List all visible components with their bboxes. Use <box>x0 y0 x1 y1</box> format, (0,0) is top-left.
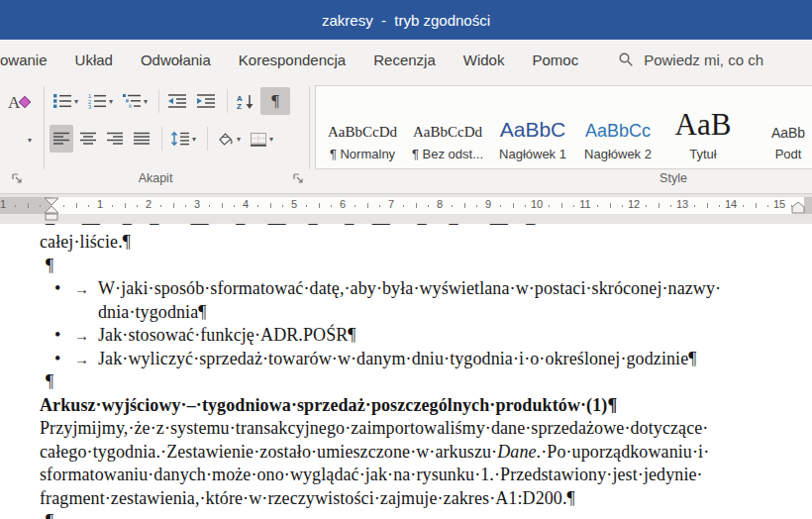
decrease-indent-icon <box>167 93 187 109</box>
window-title: zakresy - tryb zgodności <box>322 12 490 29</box>
line-spacing-button[interactable]: ▾ <box>167 125 199 153</box>
bullet-list-icon <box>52 93 72 109</box>
group-separator <box>44 86 45 169</box>
tab-arrow-mark: → <box>74 278 98 302</box>
document-page[interactable]: – — – – — – — – – — – – — – całej·liście… <box>0 224 812 519</box>
style-preview: AaB <box>675 109 732 140</box>
align-center-icon <box>79 132 97 146</box>
bullet-list-dropdown-caret[interactable]: ▾ <box>74 97 78 106</box>
ruler: 1123456789101112131415 <box>0 194 812 224</box>
style-preview: AaBbCcDd <box>328 125 397 140</box>
bullet-text: Jak·wyliczyć·sprzedaż·towarów·w·danym·dn… <box>98 349 697 368</box>
style-label: Podt <box>775 147 802 161</box>
style-preview: AaBb <box>771 126 805 140</box>
sort-button[interactable]: AZ <box>233 87 257 115</box>
shading-bucket-icon <box>216 131 235 147</box>
clipped-text-line: – — – – — – — – – — – – — – <box>0 224 812 231</box>
font-dialog-launcher[interactable] <box>12 173 23 184</box>
numbered-list-dropdown-caret[interactable]: ▾ <box>109 97 113 106</box>
align-center-button[interactable] <box>76 125 100 153</box>
numbered-list-icon: 123 <box>87 93 107 109</box>
bullet-marker: • <box>54 277 74 301</box>
ruler-markers <box>0 194 812 224</box>
bullet-text: Jak·stosować·funkcję·ADR.POŚR¶ <box>98 325 356 345</box>
multilevel-list-button[interactable]: ▾ <box>119 87 151 115</box>
line-segment: .·Po·uporządkowaniu·i· <box>537 442 710 462</box>
hanging-indent-marker[interactable] <box>45 206 58 213</box>
document-line: całej·liście.¶ <box>0 231 812 255</box>
align-left-icon <box>52 132 70 146</box>
style-item-bez-odstepow[interactable]: AaBbCcDd ¶ Bez odst... <box>405 86 490 168</box>
style-item-naglowek-1[interactable]: AaBbC Nagłówek 1 <box>490 86 575 168</box>
line-spacing-dropdown-caret[interactable]: ▾ <box>192 135 196 144</box>
sort-icon: AZ <box>236 93 254 110</box>
button-separator <box>158 89 159 113</box>
style-item-naglowek-2[interactable]: AaBbCc Nagłówek 2 <box>575 86 660 168</box>
multilevel-list-dropdown-caret[interactable]: ▾ <box>144 97 148 106</box>
document-line: sformatowaniu·danych·może·ono·wyglądać·j… <box>0 464 812 487</box>
akapit-row-1: ▾ 123 ▾ ▾ <box>50 86 293 116</box>
shading-dropdown-caret[interactable]: ▾ <box>237 135 241 144</box>
bullet-marker: • <box>54 348 74 371</box>
borders-button[interactable]: ▾ <box>247 125 276 153</box>
increase-indent-button[interactable] <box>193 87 219 115</box>
svg-text:A: A <box>8 93 21 112</box>
svg-text:3: 3 <box>88 104 91 109</box>
style-preview: AaBbCc <box>585 122 651 140</box>
akapit-group-label: Akapit <box>96 171 215 185</box>
borders-dropdown-caret[interactable]: ▾ <box>269 135 273 144</box>
tab-arrow-mark: → <box>74 325 98 349</box>
style-preview: AaBbCcDd <box>413 125 482 140</box>
style-group-label: Style <box>555 171 792 185</box>
style-label: Nagłówek 2 <box>584 147 652 161</box>
tab-uklad[interactable]: Układ <box>75 52 113 68</box>
document-heading: Arkusz·wyjściowy·–·tygodniowa·sprzedaż·p… <box>0 394 812 418</box>
right-indent-marker[interactable] <box>792 202 804 213</box>
style-item-tytul[interactable]: AaB Tytuł <box>660 86 746 168</box>
style-label: ¶ Bez odst... <box>412 147 483 161</box>
dialog-launcher-icon <box>293 173 304 184</box>
clear-formatting-button[interactable]: A <box>4 88 36 116</box>
clear-formatting-icon: A <box>7 89 33 115</box>
bullet-item: •→Jak·wyliczyć·sprzedaż·towarów·w·danym·… <box>0 348 812 371</box>
style-item-normalny[interactable]: AaBbCcDd ¶ Normalny <box>320 86 405 168</box>
dialog-launcher-icon <box>12 173 23 184</box>
tab-korespondencja[interactable]: Korespondencja <box>239 52 346 68</box>
pilcrow-icon: ¶ <box>271 91 279 111</box>
style-label: Tytuł <box>689 147 716 161</box>
bullet-list-button[interactable]: ▾ <box>50 87 81 115</box>
numbered-list-button[interactable]: 123 ▾ <box>84 87 116 115</box>
tab-projektowanie-partial[interactable]: owanie <box>0 52 48 68</box>
title-bar: zakresy - tryb zgodności <box>0 0 812 40</box>
font-color-dropdown-caret[interactable]: ▾ <box>28 136 32 145</box>
akapit-row-2: ▾ ▾ ▾ <box>50 124 279 154</box>
bullet-marker: • <box>54 324 74 348</box>
align-left-button[interactable] <box>50 125 73 153</box>
style-label: Nagłówek 1 <box>499 147 566 161</box>
left-indent-marker[interactable] <box>46 214 57 220</box>
justify-button[interactable] <box>130 125 153 153</box>
bullet-text: W·jaki·sposób·sformatować·datę,·aby·była… <box>98 278 721 298</box>
ribbon-tab-row: owanie Układ Odwołania Korespondencja Re… <box>0 40 812 79</box>
document-line: Przyjmijmy,·że·z·systemu·transakcyjnego·… <box>0 417 812 441</box>
button-separator <box>161 127 162 151</box>
search-icon <box>618 52 634 67</box>
shading-button[interactable]: ▾ <box>213 125 244 153</box>
tab-odwolania[interactable]: Odwołania <box>141 52 211 68</box>
line-segment: całego·tygodnia.·Zestawienie·zostało·umi… <box>40 442 497 462</box>
tell-me-search[interactable]: Powiedz mi, co ch <box>618 52 763 68</box>
show-formatting-marks-button[interactable]: ¶ <box>260 87 290 115</box>
button-separator <box>227 89 228 113</box>
tab-pomoc[interactable]: Pomoc <box>532 52 578 68</box>
decrease-indent-button[interactable] <box>164 87 190 115</box>
akapit-dialog-launcher[interactable] <box>293 173 304 184</box>
align-right-button[interactable] <box>103 125 127 153</box>
first-line-indent-marker[interactable] <box>45 198 58 205</box>
document-line: fragment·zestawienia,·które·w·rzeczywist… <box>0 487 812 511</box>
style-item-podtytul[interactable]: AaBb Podt <box>746 86 812 168</box>
bullet-item: •→Jak·stosować·funkcję·ADR.POŚR¶ <box>0 324 812 348</box>
style-preview: AaBbC <box>500 119 566 140</box>
tab-widok[interactable]: Widok <box>463 52 505 68</box>
bullet-item: •→W·jaki·sposób·sformatować·datę,·aby·by… <box>0 277 812 301</box>
tab-recenzja[interactable]: Recenzja <box>373 52 436 68</box>
